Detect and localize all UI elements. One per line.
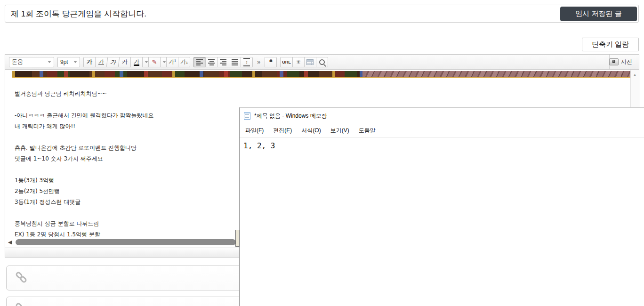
align-right-button[interactable]: [217, 57, 229, 67]
horizontal-scroll-thumb[interactable]: [16, 239, 236, 245]
highlight-color-dropdown[interactable]: [160, 57, 167, 67]
editor-toolbar: 돋움 9pt 가 가 가 가 가 ✎ 가¹ 가₁: [5, 55, 639, 70]
notepad-window: *제목 없음 - Windows 메모장 파일(F) 편집(E) 서식(O) 보…: [239, 107, 644, 306]
align-justify-button[interactable]: [229, 57, 241, 67]
font-family-value: 돋움: [12, 58, 23, 66]
bold-button[interactable]: 가: [83, 57, 96, 67]
url-button[interactable]: URL: [280, 57, 293, 67]
line-height-button[interactable]: ↕: [241, 57, 253, 67]
special-char-icon: ✳: [296, 59, 301, 65]
superscript-button[interactable]: 가¹: [166, 57, 178, 67]
table-button[interactable]: [304, 57, 316, 67]
quote-icon: ❝: [269, 58, 273, 65]
underline-button[interactable]: 가: [95, 57, 107, 67]
link-icon: [15, 303, 28, 306]
page-root: { "header": { "title_value": "제 1회 조이톡 당…: [0, 0, 644, 306]
font-color-label: 가: [134, 59, 139, 66]
post-title-value: 제 1회 조이톡 당근게임을 시작합니다.: [11, 8, 146, 19]
temp-saved-posts-button[interactable]: 임시 저장된 글: [560, 7, 637, 21]
line-height-icon: ↕: [243, 58, 250, 66]
quote-button[interactable]: ❝: [265, 57, 277, 67]
scroll-left-icon[interactable]: ◀: [8, 239, 12, 245]
align-left-icon: [196, 59, 203, 65]
notepad-menu-format[interactable]: 서식(O): [298, 125, 324, 137]
shortcut-list-button[interactable]: 단축키 일람: [582, 38, 639, 51]
chevron-down-icon: [145, 61, 148, 63]
highlight-color-button[interactable]: ✎: [148, 57, 161, 67]
quote-group: ❝: [265, 57, 277, 67]
font-color-dropdown[interactable]: [142, 57, 149, 67]
font-color-button[interactable]: 가: [130, 57, 143, 67]
notepad-menubar: 파일(F) 편집(E) 서식(O) 보기(V) 도움말: [240, 124, 644, 138]
post-title-input[interactable]: 제 1회 조이톡 당근게임을 시작합니다.: [5, 5, 639, 23]
url-icon: URL: [282, 60, 291, 64]
text-format-group: 가 가 가 가 가 ✎ 가¹ 가₁: [83, 57, 190, 67]
camera-icon: [609, 58, 619, 65]
notepad-app-icon: [244, 112, 250, 120]
search-icon: [319, 59, 325, 65]
align-center-icon: [208, 59, 215, 65]
more-tools-button[interactable]: »: [256, 58, 261, 65]
notepad-window-title: *제목 없음 - Windows 메모장: [254, 112, 327, 120]
notepad-titlebar[interactable]: *제목 없음 - Windows 메모장: [240, 108, 644, 124]
font-family-select[interactable]: 돋움: [9, 57, 54, 67]
window-edge-grip[interactable]: [235, 230, 240, 247]
highlighter-icon: ✎: [152, 58, 157, 65]
italic-button[interactable]: 가: [106, 57, 120, 67]
notepad-menu-help[interactable]: 도움말: [355, 125, 379, 137]
search-button[interactable]: [316, 57, 328, 67]
notepad-text-area[interactable]: 1, 2, 3: [240, 138, 644, 150]
post-banner-image: [12, 71, 637, 78]
subscript-button[interactable]: 가₁: [178, 57, 190, 67]
strikethrough-button[interactable]: 가: [119, 57, 131, 67]
special-char-button[interactable]: ✳: [292, 57, 305, 67]
notepad-menu-file[interactable]: 파일(F): [242, 125, 267, 137]
align-right-icon: [220, 59, 226, 65]
chevron-down-icon: [162, 61, 166, 63]
align-center-button[interactable]: [205, 57, 217, 67]
align-justify-icon: [232, 59, 238, 65]
chevron-down-icon: [48, 61, 51, 63]
font-size-select[interactable]: 9pt: [57, 57, 80, 67]
scroll-up-icon[interactable]: ▲: [631, 70, 639, 77]
table-icon: [306, 59, 314, 65]
insert-group: URL ✳: [280, 57, 328, 67]
chevron-down-icon: [73, 61, 77, 63]
font-size-value: 9pt: [60, 59, 68, 65]
photo-attach-label: 사진: [621, 58, 632, 66]
notepad-menu-view[interactable]: 보기(V): [327, 125, 353, 137]
align-group: ↕: [193, 57, 253, 67]
notepad-menu-edit[interactable]: 편집(E): [269, 125, 296, 137]
align-left-button[interactable]: [193, 57, 206, 67]
body-line: 벌거숭팀과 당근팀 리치리치치팀~~: [15, 89, 620, 99]
photo-attach-button[interactable]: 사진: [606, 55, 635, 69]
link-icon: [15, 272, 28, 285]
